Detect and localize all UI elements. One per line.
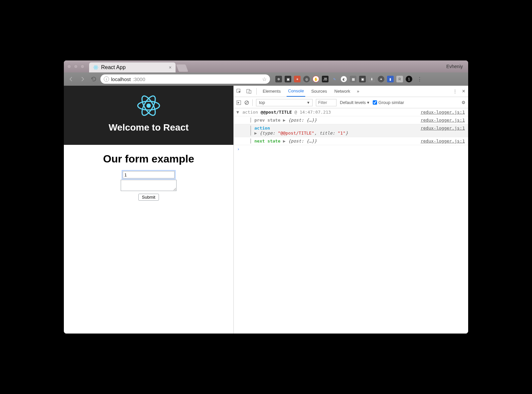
console-sidebar-icon[interactable] [236, 100, 241, 105]
extension-icon[interactable]: ▣ [285, 76, 291, 82]
clear-console-icon[interactable] [244, 100, 249, 105]
new-tab-button[interactable] [176, 64, 188, 72]
hero-title: Welcome to React [64, 122, 233, 133]
expand-icon[interactable]: ▶ [283, 118, 286, 123]
traffic-lights[interactable] [67, 64, 84, 68]
expand-icon[interactable]: ▶ [254, 131, 257, 136]
source-link[interactable]: redux-logger.js:1 [421, 126, 465, 131]
extension-icons: ✲ ▣ ✶ ◎ ✋ JB ✎ ◐ ▦ ▣ ⬇ ✦ ▮ R 1 [275, 76, 412, 82]
log-row[interactable]: ▼ action @@post/TITLE @ 14:47:07.213 red… [234, 108, 468, 116]
group-similar-checkbox[interactable]: Group similar [373, 100, 404, 105]
extension-icon[interactable]: ▦ [350, 76, 356, 82]
console-prompt[interactable]: › [234, 145, 468, 153]
react-icon [93, 65, 98, 70]
devtools-tabs: Elements Console Sources Network » ⋮ ✕ [234, 86, 468, 97]
tab-network[interactable]: Network [333, 86, 352, 96]
source-link[interactable]: redux-logger.js:1 [421, 118, 465, 123]
devtools-panel: Elements Console Sources Network » ⋮ ✕ [233, 86, 468, 334]
minimize-window-icon[interactable] [74, 64, 78, 68]
extension-icon[interactable]: ▮ [387, 76, 394, 82]
source-link[interactable]: redux-logger.js:1 [421, 139, 465, 144]
app-header: Welcome to React [64, 86, 233, 145]
url-port: :3000 [133, 76, 145, 82]
expand-icon[interactable]: ▶ [283, 139, 286, 144]
extension-icon[interactable]: ✋ [313, 76, 319, 82]
source-link[interactable]: redux-logger.js:1 [421, 110, 465, 115]
url-host: localhost [111, 76, 131, 82]
maximize-window-icon[interactable] [80, 64, 84, 68]
console-toolbar: top ▾ Default levels▾ Group similar ⚙ [234, 97, 468, 108]
expand-icon[interactable]: ▼ [236, 110, 240, 115]
site-info-icon[interactable]: i [104, 76, 109, 82]
filter-input[interactable] [316, 99, 336, 106]
form-section: Our form example Submit [64, 145, 233, 209]
arrow-left-icon [68, 76, 74, 82]
extension-icon[interactable]: R [396, 76, 403, 82]
tab-title: React App [101, 64, 126, 70]
address-bar[interactable]: i localhost:3000 ☆ [100, 74, 270, 84]
svg-rect-10 [249, 90, 251, 93]
back-button[interactable] [66, 74, 76, 84]
extension-icon[interactable]: ✎ [331, 76, 338, 82]
tab-sources[interactable]: Sources [310, 86, 329, 96]
log-row[interactable]: action ▶ {type: "@@post/TITLE", title: "… [234, 124, 468, 137]
inspect-icon[interactable] [236, 89, 242, 94]
browser-window: React App × Evheniy i localhost:3000 ☆ ✲… [64, 60, 468, 334]
extension-icon[interactable]: ◎ [303, 76, 310, 82]
tab-elements[interactable]: Elements [261, 86, 282, 96]
extension-icon[interactable]: ◐ [340, 76, 347, 82]
device-toggle-icon[interactable] [246, 89, 252, 94]
arrow-right-icon [79, 76, 85, 82]
menu-button[interactable]: ⋮ [417, 76, 422, 82]
bookmark-icon[interactable]: ☆ [262, 76, 267, 82]
console-output: ▼ action @@post/TITLE @ 14:47:07.213 red… [234, 108, 468, 153]
reload-icon [91, 76, 97, 82]
form-heading: Our form example [64, 153, 233, 165]
content-area: Welcome to React Our form example Submit… [64, 86, 468, 334]
close-tab-icon[interactable]: × [169, 65, 172, 70]
log-row[interactable]: next state ▶ {post: {…}} redux-logger.js… [234, 137, 468, 145]
svg-line-13 [245, 101, 248, 104]
log-levels[interactable]: Default levels▾ [340, 100, 369, 105]
forward-button[interactable] [78, 74, 87, 84]
extension-icon[interactable]: ✦ [378, 76, 384, 82]
chevron-down-icon: ▾ [367, 100, 369, 105]
devtools-close-icon[interactable]: ✕ [462, 89, 466, 94]
console-settings-icon[interactable]: ⚙ [462, 100, 466, 105]
toolbar: i localhost:3000 ☆ ✲ ▣ ✶ ◎ ✋ JB ✎ ◐ ▦ ▣ … [64, 72, 468, 86]
extension-icon[interactable]: JB [322, 76, 329, 82]
app-page: Welcome to React Our form example Submit [64, 86, 233, 334]
context-selector[interactable]: top ▾ [256, 99, 313, 106]
log-row[interactable]: prev state ▶ {post: {…}} redux-logger.js… [234, 116, 468, 124]
titlebar: React App × Evheniy [64, 60, 468, 72]
title-input[interactable] [123, 171, 175, 178]
body-textarea[interactable] [121, 180, 177, 191]
browser-tab[interactable]: React App × [89, 62, 176, 72]
chevron-down-icon: ▾ [307, 100, 310, 105]
svg-point-0 [95, 67, 96, 68]
profile-name[interactable]: Evheniy [446, 64, 465, 69]
react-logo-icon [137, 94, 161, 118]
extension-icon[interactable]: ▣ [359, 76, 366, 82]
reload-button[interactable] [89, 74, 98, 84]
tab-console[interactable]: Console [287, 86, 305, 97]
more-tabs-icon[interactable]: » [357, 89, 359, 94]
close-window-icon[interactable] [67, 64, 71, 68]
extension-icon[interactable]: ✶ [294, 76, 301, 82]
devtools-menu-icon[interactable]: ⋮ [453, 89, 457, 94]
submit-button[interactable]: Submit [138, 194, 159, 201]
extension-icon[interactable]: 1 [406, 76, 412, 82]
svg-point-4 [146, 103, 151, 108]
extension-icon[interactable]: ⬇ [368, 76, 375, 82]
context-value: top [259, 100, 265, 105]
extension-icon[interactable]: ✲ [275, 76, 282, 82]
